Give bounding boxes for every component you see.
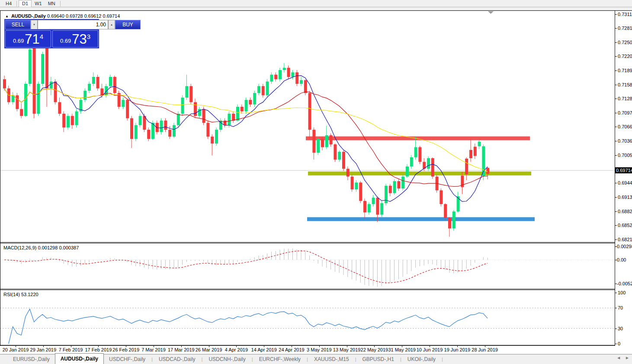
candle-body (202, 109, 205, 123)
date-axis-label: 7 Feb 2019 (59, 347, 83, 352)
candle-body (478, 142, 481, 147)
price-axis-label: 0.70360 (618, 138, 632, 144)
price-axis-tick (615, 113, 617, 113)
sell-price-pip: 4 (40, 33, 43, 40)
date-axis-label: 7 Mar 2019 (141, 347, 166, 352)
buy-price-big: 73 (72, 32, 87, 46)
rsi-axis-tick (615, 344, 617, 344)
chart-tab-usdcad-daily[interactable]: USDCAD-,Daily (154, 355, 201, 363)
mt4-chart-window: H4 D1 W1 MN ▲ AUDUSD-,Daily 0.69640 0.69… (0, 0, 632, 364)
chart-title: ▲ AUDUSD-,Daily 0.69640 0.69728 0.69612 … (5, 13, 120, 19)
candle-body (20, 109, 23, 116)
price-axis-tick (615, 28, 617, 29)
chart-tab-usdchf-daily[interactable]: USDCHF-,Daily (104, 355, 151, 363)
chart-tab-gbpusd-h1[interactable]: GBPUSD-,H1 (357, 355, 399, 363)
timeframe-mn-button[interactable]: MN (45, 0, 58, 7)
volume-input[interactable] (38, 20, 108, 29)
tab-scroll-right-icon[interactable]: ► (625, 355, 629, 360)
price-axis-label: 0.70665 (618, 124, 632, 129)
date-axis[interactable]: 20 Jan 201929 Jan 20197 Feb 201917 Feb 2… (0, 346, 615, 353)
scroll-to-end-icon[interactable] (488, 11, 494, 14)
macd-indicator-panel[interactable] (0, 243, 615, 289)
date-axis-label: 26 Mar 2019 (196, 347, 222, 352)
price-axis-tick (615, 70, 617, 71)
candle-body (474, 147, 477, 156)
chart-ohlc-readout: 0.69640 0.69728 0.69612 0.69714 (47, 13, 120, 19)
rsi-axis-label: 0 (618, 341, 620, 346)
chart-tab-xauusd-m15[interactable]: XAUUSD-,M15 (309, 355, 354, 363)
date-axis-label: 22 May 2019 (361, 347, 388, 352)
candle-body (355, 182, 358, 189)
candle-body (257, 86, 260, 93)
timeframe-d1-button[interactable]: D1 (19, 0, 32, 7)
tab-scroll-left-icon[interactable]: ◄ (616, 355, 621, 360)
candle-body (312, 130, 315, 153)
chart-tab-audusd-daily[interactable]: AUDUSD-,Daily (55, 353, 104, 364)
rsi-line (9, 309, 488, 344)
candle-body (376, 198, 379, 214)
candle-body (249, 100, 252, 105)
rsi-indicator-panel[interactable] (0, 290, 615, 345)
horizontal-ray-support[interactable] (307, 217, 535, 221)
chart-tab-usdcnh-daily[interactable]: USDCNH-,Daily (203, 355, 250, 363)
timeframe-h4-button[interactable]: H4 (3, 0, 15, 7)
toolbar-separator (16, 1, 17, 6)
candle-body (308, 93, 311, 130)
candle-body (173, 125, 176, 137)
candle-body (431, 158, 434, 176)
candle-body (194, 102, 197, 116)
price-axis-label: 0.68210 (618, 237, 632, 242)
candle-body (253, 93, 256, 105)
rsi-axis-tick (615, 293, 617, 293)
candle-body (427, 158, 430, 169)
candle-body (486, 168, 489, 174)
chart-tab-ukoil-daily[interactable]: UKOil-,Daily (402, 355, 441, 363)
candle-body (3, 79, 6, 88)
candle-body (274, 75, 277, 80)
chart-tab-eurusd-daily[interactable]: EURUSD-,Daily (8, 355, 55, 363)
candle-body (279, 70, 282, 79)
candle-body (224, 121, 227, 125)
timeframe-w1-button[interactable]: W1 (32, 0, 45, 7)
candle-body (228, 114, 231, 125)
candle-body (185, 86, 188, 98)
candle-body (295, 72, 298, 84)
collapse-triangle-icon[interactable]: ▲ (5, 14, 9, 18)
candle-body (410, 157, 413, 166)
horizontal-ray-resistance[interactable] (306, 136, 530, 140)
candle-body (363, 201, 366, 213)
price-axis-tick (615, 141, 617, 141)
candle-body (130, 118, 133, 139)
candle-body (448, 218, 451, 228)
sell-price-display[interactable]: 0.69 71 4 (5, 30, 51, 48)
candle-body (457, 196, 460, 211)
candle-body (211, 137, 214, 144)
sell-button[interactable]: SELL (5, 20, 31, 29)
buy-button[interactable]: BUY (115, 20, 141, 29)
price-axis-label: 0.72200 (618, 54, 632, 59)
macd-axis-label: 0.002984 (617, 244, 632, 249)
buy-price-display[interactable]: 0.69 73 3 (52, 30, 98, 48)
date-axis-label: 31 May 2019 (388, 347, 416, 352)
candle-body (338, 152, 341, 160)
price-scale[interactable]: 0.69714 0.731150.728100.725050.722000.71… (615, 11, 632, 346)
rsi-axis-tick (615, 329, 617, 329)
rsi-axis-label: 100 (618, 290, 626, 295)
macd-signal-line (4, 251, 488, 283)
volume-increase-button[interactable]: ▲ (108, 20, 115, 29)
price-axis-tick (615, 56, 617, 57)
chart-tab-eurchf-weekly[interactable]: EURCHF-,Weekly (254, 355, 306, 363)
price-axis-label: 0.70970 (618, 110, 632, 115)
rsi-label: RSI(14) 53.1220 (3, 292, 38, 297)
candle-body (41, 54, 44, 84)
candle-body (109, 77, 112, 86)
candle-body (401, 176, 404, 188)
candle-body (71, 116, 74, 125)
price-axis-label: 0.71585 (618, 82, 632, 87)
horizontal-ray-pivot[interactable] (308, 172, 531, 176)
volume-decrease-button[interactable]: ▼ (31, 20, 38, 29)
date-axis-label: 19 Jun 2019 (444, 347, 471, 352)
candle-body (304, 80, 307, 93)
window-top-band (0, 8, 632, 11)
macd-axis-label: 0.00 (617, 257, 626, 262)
